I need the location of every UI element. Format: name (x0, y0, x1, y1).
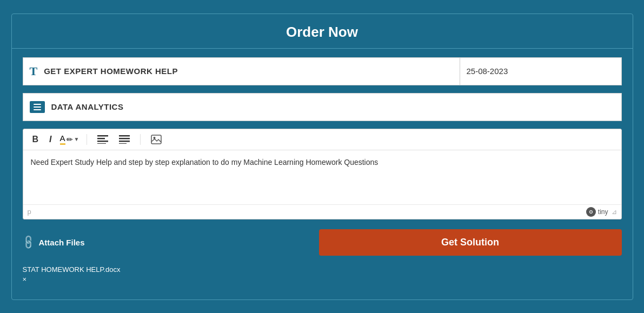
editor-p-hint: p (28, 208, 31, 216)
svg-rect-6 (97, 143, 106, 144)
chevron-down-icon: ▼ (74, 136, 79, 142)
resize-handle[interactable]: ⊿ (612, 208, 617, 216)
svg-rect-8 (119, 138, 130, 139)
card-body: T B (12, 49, 633, 289)
file-name: STAT HOMEWORK HELP.docx (23, 265, 121, 274)
attach-label: Attach Files (39, 238, 85, 247)
toolbar-separator-1 (87, 134, 87, 145)
subject-input[interactable] (51, 102, 615, 111)
bottom-row: 🔗 Attach Files Get Solution (23, 229, 622, 256)
image-icon (151, 135, 162, 144)
svg-rect-9 (119, 141, 130, 142)
title-input-wrapper: T (23, 57, 460, 85)
date-input[interactable] (467, 66, 615, 76)
svg-point-12 (154, 137, 156, 139)
file-attachment: STAT HOMEWORK HELP.docx × (23, 264, 622, 283)
subject-icon (30, 101, 45, 113)
bold-button[interactable]: B (30, 134, 42, 145)
get-solution-label: Get Solution (441, 237, 499, 248)
bold-label: B (32, 135, 39, 144)
order-card: Order Now T (11, 14, 633, 300)
editor-wrapper: B I A ✏ ▼ (23, 129, 622, 219)
toolbar-separator-2 (140, 134, 141, 145)
svg-rect-10 (119, 143, 127, 144)
pencil-icon: ✏ (67, 135, 73, 144)
get-solution-button[interactable]: Get Solution (319, 229, 622, 256)
image-button[interactable] (148, 134, 164, 145)
svg-rect-11 (151, 135, 161, 144)
align-right-button[interactable] (116, 134, 132, 145)
highlight-dropdown[interactable]: A ✏ ▼ (60, 134, 79, 145)
align-left-icon (97, 135, 108, 144)
svg-rect-5 (97, 141, 108, 142)
attach-files-button[interactable]: 🔗 Attach Files (23, 236, 85, 248)
highlight-a-label: A (60, 134, 65, 145)
editor-footer: p ⊙ tiny ⊿ (23, 204, 621, 219)
editor-content[interactable]: Need Expert Study Help and step by step … (23, 150, 621, 204)
title-date-row: T (23, 57, 622, 85)
page-title: Order Now (286, 24, 358, 40)
svg-rect-2 (34, 109, 41, 110)
svg-rect-7 (119, 135, 130, 137)
tiny-badge: ⊙ tiny (586, 207, 608, 217)
file-remove-button[interactable]: × (23, 275, 622, 283)
svg-rect-3 (97, 135, 108, 137)
svg-rect-0 (34, 104, 41, 105)
italic-button[interactable]: I (47, 134, 54, 145)
editor-text: Need Expert Study Help and step by step … (31, 158, 379, 167)
subject-input-wrapper (23, 93, 622, 121)
date-input-wrapper (460, 57, 622, 85)
align-justify-icon (119, 135, 130, 144)
editor-toolbar: B I A ✏ ▼ (23, 129, 621, 150)
italic-label: I (49, 135, 51, 144)
card-header: Order Now (12, 14, 633, 49)
title-input[interactable] (44, 66, 453, 76)
title-t-icon: T (30, 64, 38, 78)
svg-rect-4 (97, 138, 105, 139)
paperclip-icon: 🔗 (20, 234, 37, 250)
align-left-button[interactable] (95, 134, 111, 145)
tiny-logo: ⊙ (586, 207, 596, 217)
svg-rect-1 (34, 106, 41, 108)
tiny-label: tiny (598, 208, 608, 216)
list-icon (33, 103, 42, 111)
